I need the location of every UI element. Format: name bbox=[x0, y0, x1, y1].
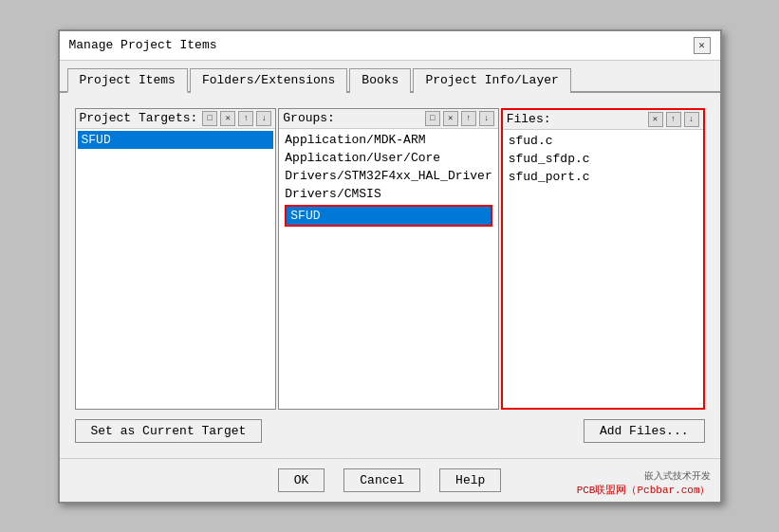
watermark-line2: PCB联盟网（Pcbbar.com） bbox=[577, 483, 711, 497]
add-files-button[interactable]: Add Files... bbox=[584, 419, 705, 443]
list-item[interactable]: Application/User/Core bbox=[281, 149, 495, 167]
groups-delete-icon[interactable]: ✕ bbox=[443, 111, 458, 126]
targets-new-icon[interactable]: □ bbox=[202, 111, 217, 126]
groups-panel-title: Groups: bbox=[283, 111, 421, 125]
set-current-target-button[interactable]: Set as Current Target bbox=[75, 419, 263, 443]
targets-panel-title: Project Targets: bbox=[80, 111, 200, 125]
close-button[interactable]: ✕ bbox=[694, 37, 711, 54]
groups-up-icon[interactable]: ↑ bbox=[461, 111, 476, 126]
groups-new-icon[interactable]: □ bbox=[425, 111, 440, 126]
manage-project-items-dialog: Manage Project Items ✕ Project Items Fol… bbox=[58, 29, 722, 504]
panels-container: Project Targets: □ ✕ ↑ ↓ SFUD Groups: □ … bbox=[75, 108, 705, 410]
list-item[interactable]: sfud_port.c bbox=[505, 168, 701, 186]
list-item[interactable]: Drivers/CMSIS bbox=[281, 185, 495, 203]
groups-panel-header: Groups: □ ✕ ↑ ↓ bbox=[279, 109, 497, 129]
tab-project-info-layer[interactable]: Project Info/Layer bbox=[413, 68, 570, 93]
files-list[interactable]: sfud.c sfud_sfdp.c sfud_port.c bbox=[503, 130, 703, 408]
groups-down-icon[interactable]: ↓ bbox=[479, 111, 494, 126]
files-panel-title: Files: bbox=[507, 112, 645, 126]
tab-project-items[interactable]: Project Items bbox=[67, 68, 188, 93]
files-panel: Files: ✕ ↑ ↓ sfud.c sfud_sfdp.c sfud_por… bbox=[501, 108, 705, 410]
files-down-icon[interactable]: ↓ bbox=[684, 112, 699, 127]
cancel-button[interactable]: Cancel bbox=[343, 468, 420, 492]
files-delete-icon[interactable]: ✕ bbox=[648, 112, 663, 127]
targets-panel: Project Targets: □ ✕ ↑ ↓ SFUD bbox=[75, 108, 277, 410]
groups-panel: Groups: □ ✕ ↑ ↓ Application/MDK-ARM Appl… bbox=[278, 108, 498, 410]
groups-list[interactable]: Application/MDK-ARM Application/User/Cor… bbox=[279, 129, 497, 409]
files-up-icon[interactable]: ↑ bbox=[666, 112, 681, 127]
title-bar: Manage Project Items ✕ bbox=[60, 31, 720, 61]
dialog-title: Manage Project Items bbox=[69, 38, 217, 52]
tab-folders-extensions[interactable]: Folders/Extensions bbox=[190, 68, 347, 93]
main-content: Project Targets: □ ✕ ↑ ↓ SFUD Groups: □ … bbox=[60, 93, 720, 458]
tab-books[interactable]: Books bbox=[349, 68, 411, 93]
watermark-line1: 嵌入式技术开发 bbox=[577, 469, 711, 483]
bottom-actions: Set as Current Target Add Files... bbox=[75, 419, 705, 443]
list-item[interactable]: sfud_sfdp.c bbox=[505, 150, 701, 168]
sfud-group-highlight-box: SFUD bbox=[283, 205, 493, 227]
ok-button[interactable]: OK bbox=[278, 468, 325, 492]
targets-up-icon[interactable]: ↑ bbox=[238, 111, 253, 126]
list-item[interactable]: sfud.c bbox=[505, 132, 701, 150]
watermark: 嵌入式技术开发 PCB联盟网（Pcbbar.com） bbox=[577, 469, 711, 497]
list-item[interactable]: SFUD bbox=[78, 131, 274, 149]
tabs-bar: Project Items Folders/Extensions Books P… bbox=[60, 61, 720, 93]
targets-delete-icon[interactable]: ✕ bbox=[220, 111, 235, 126]
dialog-footer: OK Cancel Help 嵌入式技术开发 PCB联盟网（Pcbbar.com… bbox=[60, 458, 720, 502]
list-item[interactable]: Drivers/STM32F4xx_HAL_Driver bbox=[281, 167, 495, 185]
files-panel-header: Files: ✕ ↑ ↓ bbox=[503, 110, 703, 130]
sfud-group-item[interactable]: SFUD bbox=[285, 205, 492, 227]
targets-down-icon[interactable]: ↓ bbox=[256, 111, 271, 126]
help-button[interactable]: Help bbox=[439, 468, 501, 492]
list-item[interactable]: Application/MDK-ARM bbox=[281, 131, 495, 149]
targets-panel-header: Project Targets: □ ✕ ↑ ↓ bbox=[76, 109, 276, 129]
targets-list[interactable]: SFUD bbox=[76, 129, 276, 409]
